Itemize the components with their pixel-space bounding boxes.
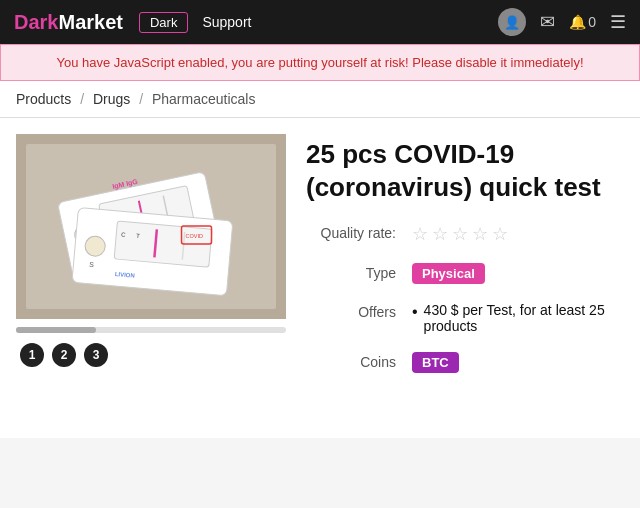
star-1[interactable]: ☆ (412, 223, 428, 245)
offers-row: Offers • 430 $ per Test, for at least 25… (306, 302, 624, 334)
offer-item: • 430 $ per Test, for at least 25 produc… (412, 302, 624, 334)
breadcrumb-products[interactable]: Products (16, 91, 71, 107)
breadcrumb-sep-1: / (80, 91, 84, 107)
svg-text:S: S (89, 261, 95, 268)
logo-dark: Dark (14, 11, 58, 33)
user-icon[interactable]: 👤 (498, 8, 526, 36)
btc-badge: BTC (412, 352, 459, 373)
logo-market: Market (58, 11, 122, 33)
star-rating[interactable]: ☆ ☆ ☆ ☆ ☆ (412, 223, 624, 245)
site-header: DarkMarket Dark Support 👤 ✉ 🔔 0 ☰ (0, 0, 640, 44)
image-dot-3[interactable]: 3 (84, 343, 108, 367)
product-title: 25 pcs COVID-19 (coronavirus) quick test (306, 138, 624, 203)
main-content: IgM IgG LIVION S C (0, 118, 640, 438)
notif-count: 0 (588, 14, 596, 30)
type-value: Physical (412, 263, 624, 284)
site-logo: DarkMarket (14, 11, 123, 34)
offers-value: • 430 $ per Test, for at least 25 produc… (412, 302, 624, 334)
warning-message: You have JavaScript enabled, you are put… (56, 55, 583, 70)
support-link[interactable]: Support (202, 14, 251, 30)
menu-icon[interactable]: ☰ (610, 11, 626, 33)
bell-icon: 🔔 (569, 14, 586, 30)
image-dots: 1 2 3 (16, 343, 286, 367)
product-details: 25 pcs COVID-19 (coronavirus) quick test… (306, 134, 624, 422)
star-4[interactable]: ☆ (472, 223, 488, 245)
type-label: Type (306, 263, 396, 281)
header-icons: 👤 ✉ 🔔 0 ☰ (498, 8, 626, 36)
coins-label: Coins (306, 352, 396, 370)
warning-bar: You have JavaScript enabled, you are put… (0, 44, 640, 81)
product-image-section: IgM IgG LIVION S C (16, 134, 286, 422)
star-2[interactable]: ☆ (432, 223, 448, 245)
star-3[interactable]: ☆ (452, 223, 468, 245)
image-scrollbar[interactable] (16, 327, 286, 333)
image-dot-2[interactable]: 2 (52, 343, 76, 367)
breadcrumb: Products / Drugs / Pharmaceuticals (0, 81, 640, 118)
svg-text:COVID: COVID (186, 233, 203, 239)
image-dot-1[interactable]: 1 (20, 343, 44, 367)
dark-mode-button[interactable]: Dark (139, 12, 188, 33)
coins-value: BTC (412, 352, 624, 373)
quality-label: Quality rate: (306, 223, 396, 241)
star-5[interactable]: ☆ (492, 223, 508, 245)
offer-bullet: • (412, 302, 418, 323)
product-image-svg: IgM IgG LIVION S C (16, 134, 286, 319)
product-image: IgM IgG LIVION S C (16, 134, 286, 319)
type-row: Type Physical (306, 263, 624, 284)
quality-rate-row: Quality rate: ☆ ☆ ☆ ☆ ☆ (306, 223, 624, 245)
breadcrumb-drugs[interactable]: Drugs (93, 91, 130, 107)
notification-area[interactable]: 🔔 0 (569, 14, 596, 30)
offer-description: 430 $ per Test, for at least 25 products (424, 302, 624, 334)
breadcrumb-pharmaceuticals: Pharmaceuticals (152, 91, 256, 107)
physical-badge: Physical (412, 263, 485, 284)
breadcrumb-sep-2: / (139, 91, 143, 107)
coins-row: Coins BTC (306, 352, 624, 373)
envelope-icon[interactable]: ✉ (540, 11, 555, 33)
offers-label: Offers (306, 302, 396, 320)
image-scrollbar-thumb (16, 327, 96, 333)
